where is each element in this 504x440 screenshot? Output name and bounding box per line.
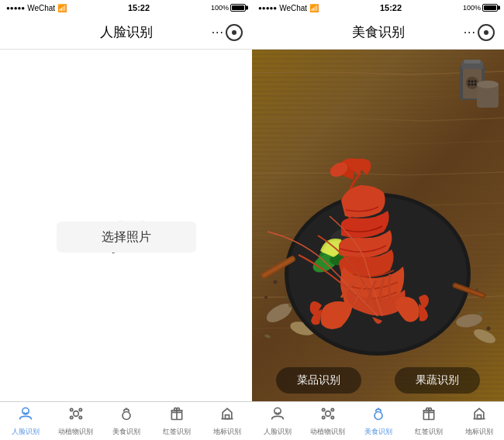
right-tab-food-label: 美食识别 — [364, 427, 392, 437]
right-tab-landmark[interactable]: 地标识别 — [454, 402, 504, 440]
svg-point-2 — [70, 408, 72, 411]
right-wechat-label: WeChat — [279, 4, 307, 12]
svg-point-26 — [455, 312, 483, 329]
svg-point-53 — [331, 408, 333, 411]
right-tab-food[interactable]: 美食识别 — [353, 402, 403, 440]
left-battery-icon — [230, 4, 246, 12]
left-nav-title: 人脸识别 — [100, 23, 153, 41]
right-tab-gift[interactable]: 红签识别 — [403, 402, 454, 440]
right-tab-landmark-label: 地标识别 — [465, 427, 493, 437]
right-tab-animal-label: 动植物识别 — [310, 427, 345, 437]
svg-rect-10 — [225, 414, 229, 418]
left-tab-landmark-label: 地标识别 — [213, 427, 241, 437]
left-animal-icon — [68, 406, 84, 425]
right-tab-face[interactable]: 人脸识别 — [252, 402, 302, 440]
right-nav-bar: 美食识别 ··· — [252, 15, 504, 50]
svg-point-51 — [325, 411, 330, 416]
select-photo-button[interactable]: 选择照片 — [57, 222, 196, 253]
svg-point-32 — [264, 334, 271, 339]
left-nav-dots[interactable]: ··· — [212, 26, 224, 40]
svg-point-23 — [477, 81, 499, 88]
left-landmark-icon — [219, 406, 235, 425]
right-status-bar: ●●●●● WeChat 📶 15:22 100% — [252, 0, 504, 15]
left-signal: ●●●●● — [6, 5, 25, 12]
left-panel: ●●●●● WeChat 📶 15:22 100% 人脸识别 ··· 颜值即正义… — [0, 0, 252, 440]
svg-point-21 — [475, 84, 477, 86]
left-tab-face-label: 人脸识别 — [12, 427, 40, 437]
left-battery-percent: 100% — [211, 4, 229, 12]
right-panel: ●●●●● WeChat 📶 15:22 100% 美食识别 ··· — [252, 0, 504, 440]
svg-point-20 — [471, 84, 474, 86]
svg-point-29 — [285, 296, 288, 299]
svg-point-1 — [73, 411, 78, 416]
food-scene-svg — [252, 50, 504, 367]
svg-point-33 — [478, 311, 485, 315]
svg-point-52 — [322, 408, 324, 411]
left-tab-face[interactable]: 人脸识别 — [0, 402, 50, 440]
left-tab-landmark[interactable]: 地标识别 — [202, 402, 252, 440]
left-tab-animal-label: 动植物识别 — [58, 427, 93, 437]
svg-point-19 — [468, 84, 471, 86]
left-tab-bar: 人脸识别 动植物识别 美食识别 — [0, 401, 252, 440]
left-status-bar: ●●●●● WeChat 📶 15:22 100% — [0, 0, 252, 15]
right-nav-title: 美食识别 — [352, 23, 405, 41]
right-animal-icon — [320, 406, 336, 425]
left-tab-gift-label: 红签识别 — [163, 427, 191, 437]
svg-point-4 — [70, 416, 72, 418]
left-wifi-icon: 📶 — [57, 4, 67, 12]
svg-point-6 — [123, 411, 130, 419]
veggie-recognition-button[interactable]: 果蔬识别 — [395, 367, 480, 394]
svg-point-55 — [331, 416, 333, 418]
svg-point-5 — [79, 416, 81, 418]
right-tab-gift-label: 红签识别 — [415, 427, 443, 437]
left-food-icon — [119, 406, 134, 425]
left-time: 15:22 — [128, 3, 150, 12]
svg-point-18 — [475, 81, 477, 83]
svg-point-54 — [322, 416, 324, 418]
svg-point-46 — [475, 288, 478, 291]
right-nav-target[interactable] — [478, 24, 495, 41]
svg-rect-60 — [477, 414, 481, 418]
left-nav-target[interactable] — [226, 24, 243, 41]
left-main-content: 颜值即正义 选择照片 — [0, 50, 252, 401]
left-nav-bar: 人脸识别 ··· — [0, 15, 252, 50]
right-wifi-icon: 📶 — [309, 4, 319, 12]
right-signal: ●●●●● — [258, 5, 277, 12]
left-face-icon — [18, 406, 33, 425]
left-tab-animal[interactable]: 动植物识别 — [50, 402, 101, 440]
right-nav-dots[interactable]: ··· — [464, 26, 476, 40]
right-face-icon — [270, 406, 285, 425]
left-tab-food[interactable]: 美食识别 — [101, 402, 151, 440]
right-battery-percent: 100% — [463, 4, 481, 12]
svg-point-45 — [274, 280, 278, 284]
left-gift-icon — [169, 406, 185, 425]
svg-point-27 — [471, 326, 497, 345]
dish-recognition-button[interactable]: 菜品识别 — [276, 367, 361, 394]
svg-point-48 — [487, 327, 491, 331]
food-image-area: 菜品识别 果蔬识别 — [252, 50, 504, 401]
svg-point-47 — [264, 296, 268, 299]
left-tab-food-label: 美食识别 — [112, 427, 140, 437]
svg-point-56 — [375, 411, 382, 419]
right-tab-bar: 人脸识别 动植物识别 美食识别 — [252, 401, 504, 440]
right-battery-icon — [482, 4, 498, 12]
right-food-icon — [371, 406, 386, 425]
left-wechat-label: WeChat — [27, 4, 55, 12]
svg-point-17 — [471, 81, 474, 83]
svg-point-3 — [79, 408, 81, 411]
svg-point-16 — [468, 81, 471, 83]
right-landmark-icon — [471, 406, 487, 425]
svg-rect-13 — [464, 60, 481, 64]
right-time: 15:22 — [380, 3, 402, 12]
right-gift-icon — [421, 406, 437, 425]
image-action-buttons: 菜品识别 果蔬识别 — [252, 367, 504, 394]
left-tab-gift[interactable]: 红签识别 — [151, 402, 202, 440]
right-tab-animal[interactable]: 动植物识别 — [302, 402, 353, 440]
svg-point-49 — [281, 342, 285, 345]
right-tab-face-label: 人脸识别 — [264, 427, 292, 437]
